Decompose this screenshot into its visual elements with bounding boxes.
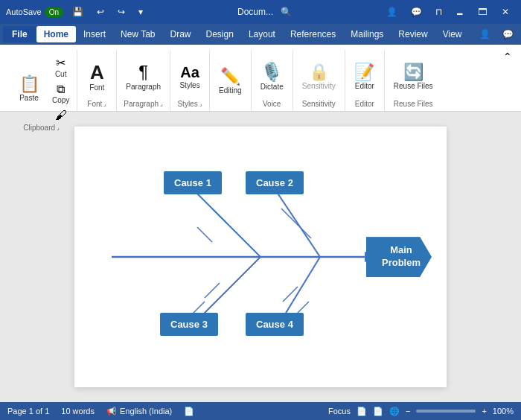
web-layout-icon[interactable]: 🌐 (389, 407, 400, 416)
editing-label: Editing (219, 86, 242, 95)
autosave-label: AutoSave (6, 7, 42, 16)
menu-review[interactable]: Review (391, 26, 435, 42)
save-button[interactable]: 💾 (68, 5, 88, 19)
menu-insert[interactable]: Insert (76, 26, 113, 42)
main-problem-box[interactable]: MainProblem (366, 237, 432, 277)
editor-group-label: Editor (350, 100, 380, 108)
ribbon-collapse[interactable]: ⌃ (500, 48, 515, 66)
document-page: Cause 1 Cause 2 Cause 3 Cause 4 MainProb… (74, 127, 447, 387)
ribbon-group-font: A Font Font ⌟ (77, 50, 117, 111)
zoom-slider[interactable] (416, 410, 476, 413)
editing-icon: ✏️ (220, 69, 240, 85)
styles-text: Styles (177, 100, 197, 108)
paragraph-expand-icon[interactable]: ⌟ (160, 101, 163, 107)
ribbon-toggle[interactable]: ⊓ (431, 5, 447, 19)
menu-file[interactable]: File (3, 26, 36, 42)
comments-button[interactable]: 💬 (498, 28, 518, 41)
menu-home[interactable]: Home (36, 26, 76, 42)
title-text: Docum... (237, 7, 273, 17)
cause3-box[interactable]: Cause 3 (160, 313, 218, 336)
menu-mailings[interactable]: Mailings (343, 26, 391, 42)
cause2-box[interactable]: Cause 2 (246, 171, 304, 194)
language-indicator[interactable]: 📢 English (India) (106, 407, 172, 416)
print-layout-icon[interactable]: 📄 (373, 407, 383, 416)
minimize-button[interactable]: 🗕 (451, 5, 469, 19)
ribbon-group-editing: ✏️ Editing (210, 50, 252, 111)
styles-group-label: Styles ⌟ (175, 100, 205, 108)
svg-line-11 (283, 287, 298, 302)
zoom-in-button[interactable]: + (482, 407, 486, 416)
styles-label: Styles (179, 81, 199, 89)
undo-button[interactable]: ↩ (92, 5, 109, 19)
font-label: Font (89, 83, 104, 92)
menu-layout[interactable]: Layout (241, 26, 283, 42)
dictate-icon: 🎙️ (260, 63, 283, 81)
format-painter-icon: 🖌 (55, 109, 67, 122)
svg-line-2 (212, 209, 227, 223)
focus-button[interactable]: Focus (328, 407, 351, 416)
comment-button[interactable]: 💬 (406, 5, 426, 19)
clipboard-text: Clipboard (23, 124, 55, 132)
menu-view[interactable]: View (435, 26, 470, 42)
read-mode-icon[interactable]: 📄 (357, 407, 367, 416)
cause1-box[interactable]: Cause 1 (164, 171, 222, 194)
format-painter-button[interactable]: 🖌 (49, 107, 72, 124)
close-button[interactable]: ✕ (496, 5, 515, 19)
cut-icon: ✂ (56, 56, 65, 70)
maximize-button[interactable]: 🗖 (473, 5, 491, 19)
fishbone-diagram: Cause 1 Cause 2 Cause 3 Cause 4 MainProb… (89, 141, 432, 372)
editor-button[interactable]: 📝 Editor (350, 62, 380, 92)
track-changes-icon: 📄 (184, 407, 194, 416)
title-bar: AutoSave On 💾 ↩ ↪ ▾ Docum... 🔍 👤 💬 ⊓ 🗕 🗖… (0, 0, 521, 24)
font-text: Font (87, 100, 102, 108)
profile-button[interactable]: 👤 (475, 28, 495, 41)
share-button[interactable]: 👤 (382, 5, 402, 19)
zoom-level: 100% (493, 407, 514, 416)
statusbar-right: Focus 📄 📄 🌐 − + 100% (328, 407, 514, 416)
editing-button[interactable]: ✏️ Editing (214, 66, 246, 97)
copy-label: Copy (52, 96, 69, 104)
editor-content: 📝 Editor (350, 50, 380, 100)
editor-text: Editor (355, 100, 374, 108)
customize-qat-button[interactable]: ▾ (134, 5, 147, 19)
autosave-state[interactable]: On (45, 7, 63, 17)
reuse-files-button[interactable]: 🔄 Reuse Files (389, 62, 438, 92)
page-info: Page 1 of 1 (7, 407, 49, 416)
styles-expand-icon[interactable]: ⌟ (199, 101, 202, 107)
zoom-out-button[interactable]: − (406, 407, 410, 416)
search-icon[interactable]: 🔍 (281, 7, 292, 17)
collapse-icon[interactable]: ⌃ (503, 51, 512, 63)
dictate-button[interactable]: 🎙️ Dictate (256, 61, 288, 93)
voice-text: Voice (263, 100, 281, 108)
svg-line-3 (197, 227, 212, 242)
svg-line-4 (275, 190, 320, 257)
menu-newtab[interactable]: New Tab (113, 26, 162, 42)
menu-draw[interactable]: Draw (163, 26, 199, 42)
cause1-label: Cause 1 (174, 177, 211, 188)
cause4-box[interactable]: Cause 4 (246, 313, 304, 336)
main-problem-label: MainProblem (382, 244, 421, 268)
font-button[interactable]: A Font (82, 60, 112, 94)
autosave-toggle[interactable]: AutoSave On (6, 7, 63, 17)
menu-right-buttons: 👤 💬 (475, 28, 518, 41)
menu-references[interactable]: References (283, 26, 343, 42)
svg-line-1 (194, 190, 260, 257)
clipboard-content: 📋 Paste ✂ Cut ⧉ Copy 🖌 (10, 50, 72, 124)
copy-button[interactable]: ⧉ Copy (49, 81, 72, 106)
font-expand-icon[interactable]: ⌟ (103, 101, 106, 107)
clipboard-expand-icon[interactable]: ⌟ (57, 124, 60, 131)
clipboard-label: Clipboard ⌟ (10, 124, 72, 132)
redo-button[interactable]: ↪ (113, 5, 130, 19)
sensitivity-label: Sensitivity (302, 82, 336, 90)
cut-button[interactable]: ✂ Cut (49, 54, 72, 80)
voice-group-label: Voice (256, 100, 288, 108)
styles-button[interactable]: Aa Styles (175, 63, 205, 92)
voice-content: 🎙️ Dictate (256, 50, 288, 100)
menu-bar: File Home Insert New Tab Draw Design Lay… (0, 24, 521, 45)
paste-button[interactable]: 📋 Paste (10, 74, 48, 104)
sensitivity-button[interactable]: 🔒 Sensitivity (298, 62, 340, 92)
menu-design[interactable]: Design (199, 26, 241, 42)
paragraph-button[interactable]: ¶ Paragraph (121, 61, 165, 93)
ribbon-group-voice: 🎙️ Dictate Voice (252, 50, 293, 111)
ribbon-group-sensitivity: 🔒 Sensitivity Sensitivity (293, 50, 345, 111)
